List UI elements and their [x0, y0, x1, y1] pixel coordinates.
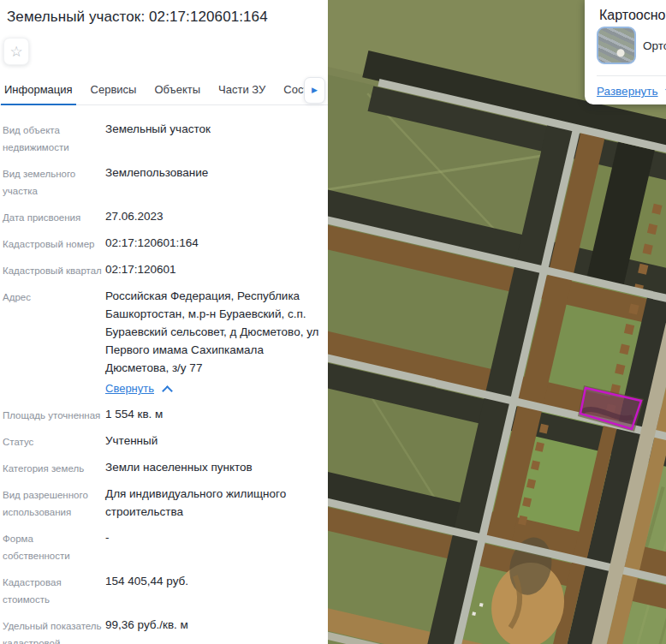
arrow-right-icon: ▶ — [312, 86, 318, 94]
field-label: Кадастровая стоимость — [3, 572, 103, 608]
field-value: Учтенный — [105, 432, 321, 450]
field-label: Форма собственности — [3, 528, 103, 564]
field-row: СтатусУчтенный — [3, 432, 321, 450]
field-value: Земельный участок — [105, 120, 321, 156]
field-row: Площадь уточненная1 554 кв. м — [3, 405, 321, 424]
field-row: АдресРоссийская Федерация, Республика Ба… — [3, 287, 321, 397]
field-row: Кадастровая стоимость154 405,44 руб. — [3, 572, 321, 608]
field-value: 27.06.2023 — [105, 207, 321, 226]
tab-3[interactable]: Части ЗУ — [217, 79, 267, 104]
expand-link[interactable]: Развернуть — [597, 85, 666, 98]
field-row: Вид земельного участкаЗемлепользование — [3, 164, 321, 200]
field-label: Статус — [3, 432, 103, 450]
field-row: Удельный показатель кадастровой стоимост… — [3, 616, 321, 644]
star-icon: ☆ — [9, 45, 22, 59]
field-row: Кадастровый квартал02:17:120601 — [3, 260, 321, 279]
field-label: Вид объекта недвижимости — [3, 120, 103, 156]
field-label: Кадастровый квартал — [3, 260, 103, 279]
field-value: Российская Федерация, Республика Башкорт… — [105, 287, 321, 397]
basemap-card-title: Картооснова — [599, 8, 666, 23]
field-value: 02:17:120601 — [105, 260, 321, 279]
tab-0[interactable]: Информация — [3, 79, 74, 104]
field-value: - — [105, 528, 321, 564]
tab-2[interactable]: Объекты — [152, 79, 202, 104]
field-row: Вид объекта недвижимостиЗемельный участо… — [3, 120, 321, 156]
expand-link-label: Развернуть — [597, 85, 658, 98]
chevron-up-icon — [162, 385, 173, 397]
basemap-card: Картооснова Ортофотопокрытие Развернуть — [585, 0, 666, 104]
field-value: Землепользование — [105, 164, 321, 200]
field-label: Адрес — [3, 287, 103, 397]
field-label: Кадастровый номер — [3, 234, 103, 253]
field-row: Дата присвоения27.06.2023 — [3, 207, 321, 226]
page-title: Земельный участок: 02:17:120601:164 — [7, 9, 268, 26]
field-value: 99,36 руб./кв. м — [105, 616, 321, 644]
tab-scroll-right-button[interactable]: ▶ — [304, 77, 325, 104]
field-label: Вид разрешенного использования — [3, 485, 103, 521]
tab-1[interactable]: Сервисы — [89, 79, 139, 104]
field-row: Форма собственности- — [3, 528, 321, 564]
field-value: Для индивидуального жилищного строительс… — [105, 485, 321, 521]
field-label: Категория земель — [3, 458, 103, 477]
field-row: Категория земельЗемли населенных пунктов — [3, 458, 321, 477]
basemap-layer-label: Ортофотопокрытие — [643, 39, 666, 52]
info-panel: Земельный участок: 02:17:120601:164 ☆ Ин… — [0, 0, 328, 644]
basemap-thumbnail[interactable] — [597, 27, 636, 64]
fields-list: Вид объекта недвижимостиЗемельный участо… — [3, 120, 321, 644]
field-row: Кадастровый номер02:17:120601:164 — [3, 234, 321, 253]
field-label: Дата присвоения — [3, 207, 103, 226]
basemap-layer-row[interactable]: Ортофотопокрытие — [597, 27, 666, 64]
field-value: Земли населенных пунктов — [105, 458, 321, 477]
collapse-address-link[interactable]: Свернуть — [105, 379, 321, 397]
divider — [597, 75, 666, 76]
field-label: Удельный показатель кадастровой стоимост… — [3, 616, 103, 644]
field-value: 02:17:120601:164 — [105, 234, 321, 253]
tab-bar: ИнформацияСервисыОбъектыЧасти ЗУСостав — [0, 79, 328, 105]
field-row: Вид разрешенного использованияДля индиви… — [3, 485, 321, 521]
field-value: 1 554 кв. м — [105, 405, 321, 424]
field-label: Площадь уточненная — [3, 405, 103, 424]
favorite-button[interactable]: ☆ — [3, 38, 29, 65]
field-value: 154 405,44 руб. — [105, 572, 321, 608]
field-label: Вид земельного участка — [3, 164, 103, 200]
